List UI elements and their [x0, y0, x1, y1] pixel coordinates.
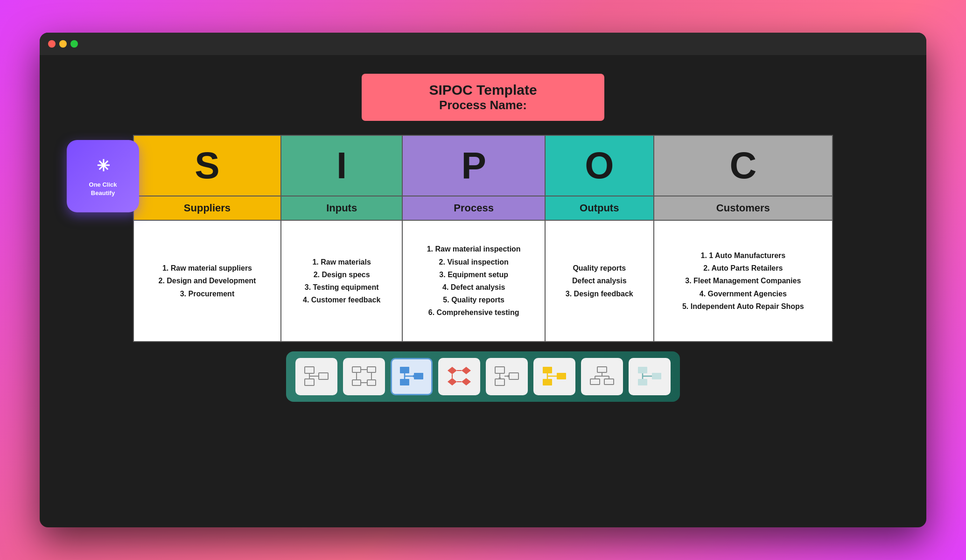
col-c-label: Customers — [654, 196, 833, 220]
svg-rect-26 — [495, 367, 504, 373]
svg-rect-46 — [638, 379, 647, 385]
svg-rect-1 — [305, 379, 314, 385]
flowchart-icon-6 — [542, 366, 567, 388]
app-window: ✳ One ClickBeautify SIPOC Template Proce… — [40, 33, 926, 527]
svg-rect-28 — [509, 373, 518, 379]
inputs-content[interactable]: 1. Raw materials 2. Design specs 3. Test… — [281, 220, 402, 342]
svg-rect-7 — [367, 367, 376, 372]
suppliers-content[interactable]: 1. Raw material suppliers 2. Design and … — [133, 220, 281, 342]
flowchart-btn-1[interactable] — [295, 358, 337, 395]
customers-content[interactable]: 1. 1 Auto Manufacturers 2. Auto Parts Re… — [654, 220, 833, 342]
maximize-dot[interactable] — [70, 40, 78, 48]
flowchart-btn-3[interactable] — [391, 358, 433, 395]
outputs-content[interactable]: Quality reports Defect analysis 3. Desig… — [545, 220, 654, 342]
svg-rect-8 — [367, 380, 376, 385]
sipoc-title-sub: Process Name: — [390, 98, 576, 112]
svg-marker-21 — [462, 367, 471, 374]
svg-rect-45 — [638, 367, 647, 373]
close-dot[interactable] — [48, 40, 56, 48]
svg-rect-40 — [604, 379, 614, 385]
flowchart-icon-1 — [304, 366, 329, 388]
svg-rect-33 — [543, 367, 552, 373]
toolbar — [133, 351, 833, 402]
flowchart-icon-7 — [589, 366, 615, 388]
flowchart-btn-7[interactable] — [581, 358, 623, 395]
label-row: Suppliers Inputs Process Outputs Custome… — [133, 196, 833, 220]
logo-badge: ✳ One ClickBeautify — [67, 140, 139, 212]
svg-rect-13 — [400, 367, 409, 373]
col-i-letter: I — [281, 135, 402, 196]
flowchart-btn-2[interactable] — [343, 358, 385, 395]
flowchart-icon-4 — [447, 366, 472, 388]
svg-rect-5 — [352, 367, 361, 372]
sipoc-title-box: SIPOC Template Process Name: — [362, 74, 604, 121]
minimize-dot[interactable] — [59, 40, 67, 48]
col-p-label: Process — [402, 196, 545, 220]
sipoc-title-main: SIPOC Template — [390, 82, 576, 98]
svg-rect-15 — [414, 373, 423, 379]
flowchart-icon-5 — [494, 366, 519, 388]
col-p-letter: P — [402, 135, 545, 196]
svg-marker-20 — [448, 378, 457, 385]
logo-label: One ClickBeautify — [89, 181, 117, 197]
svg-rect-38 — [597, 367, 607, 372]
flowchart-btn-8[interactable] — [629, 358, 671, 395]
titlebar — [40, 33, 926, 55]
main-content: SIPOC Template Process Name: S I P O C S… — [40, 55, 926, 527]
col-c-letter: C — [654, 135, 833, 196]
flowchart-icon-2 — [351, 366, 377, 388]
svg-rect-35 — [557, 373, 566, 379]
flowchart-btn-5[interactable] — [486, 358, 528, 395]
col-o-letter: O — [545, 135, 654, 196]
flowchart-btn-6[interactable] — [533, 358, 575, 395]
toolbar-inner — [286, 351, 680, 402]
letter-row: S I P O C — [133, 135, 833, 196]
svg-marker-22 — [462, 378, 471, 385]
svg-rect-27 — [495, 379, 504, 385]
col-s-label: Suppliers — [133, 196, 281, 220]
svg-rect-14 — [400, 379, 409, 385]
process-content[interactable]: 1. Raw material inspection 2. Visual ins… — [402, 220, 545, 342]
col-s-letter: S — [133, 135, 281, 196]
col-i-label: Inputs — [281, 196, 402, 220]
svg-rect-0 — [305, 367, 314, 373]
col-o-label: Outputs — [545, 196, 654, 220]
content-row: 1. Raw material suppliers 2. Design and … — [133, 220, 833, 342]
flowchart-btn-4[interactable] — [438, 358, 480, 395]
sparkle-icon: ✳ — [97, 155, 110, 177]
svg-marker-19 — [448, 367, 457, 374]
svg-rect-6 — [352, 380, 361, 385]
flowchart-icon-3 — [399, 366, 424, 388]
svg-rect-47 — [652, 373, 661, 379]
svg-rect-39 — [590, 379, 600, 385]
svg-rect-2 — [319, 373, 328, 379]
sipoc-table: S I P O C Suppliers Inputs Process Outpu… — [133, 135, 833, 342]
flowchart-icon-8 — [637, 366, 662, 388]
svg-rect-34 — [543, 379, 552, 385]
